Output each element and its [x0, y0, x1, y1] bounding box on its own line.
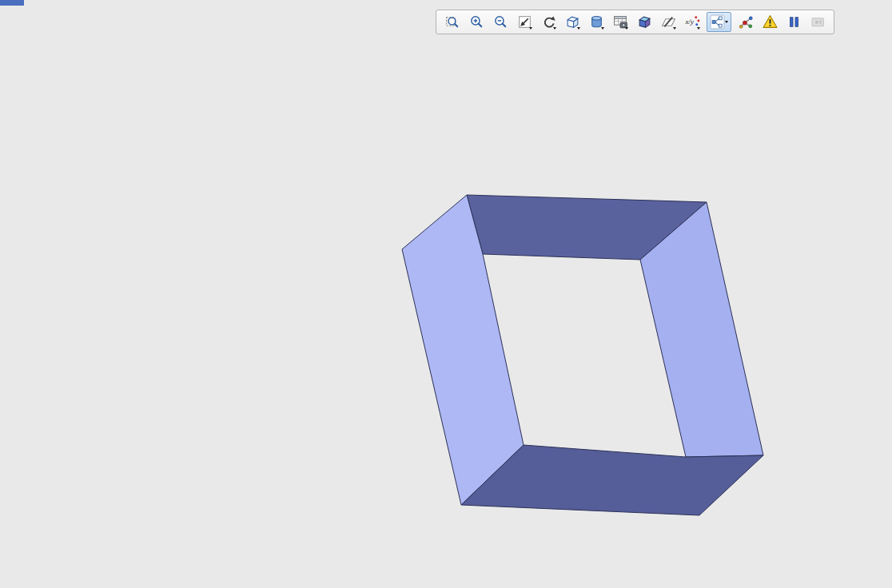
warning-triangle-icon — [763, 14, 778, 30]
section-plane-button[interactable] — [659, 12, 678, 32]
colored-cube-icon — [637, 14, 652, 30]
zoom-fit-icon — [445, 14, 460, 30]
svg-text:x/y: x/y — [685, 18, 694, 26]
measure-xy-button[interactable]: x/y — [683, 12, 702, 32]
hierarchy-tree-icon — [710, 14, 725, 30]
zoom-in-button[interactable] — [467, 12, 486, 32]
dropdown-arrow-icon[interactable] — [553, 27, 556, 30]
heads-up-toolbar: x/y — [436, 10, 834, 34]
zoom-out-button[interactable] — [491, 12, 510, 32]
dropdown-arrow-icon[interactable] — [697, 27, 700, 30]
zoom-out-icon — [493, 14, 508, 30]
dropdown-arrow-icon[interactable] — [673, 27, 676, 30]
zoom-to-area-button[interactable] — [515, 12, 534, 32]
step-forward-icon — [810, 14, 826, 30]
pause-icon — [786, 14, 802, 30]
view-orientation-button[interactable] — [563, 12, 582, 32]
table-view-button[interactable] — [611, 12, 630, 32]
model-tree-button[interactable] — [707, 12, 731, 32]
step-forward-button[interactable] — [808, 12, 827, 32]
dropdown-arrow-icon[interactable] — [577, 27, 580, 30]
model-faces — [402, 195, 763, 515]
dropdown-arrow-icon[interactable] — [601, 27, 604, 30]
edit-appearance-button[interactable] — [635, 12, 654, 32]
rotate-view-button[interactable] — [539, 12, 558, 32]
warnings-button[interactable] — [760, 12, 779, 32]
axis-triad-button[interactable] — [736, 12, 755, 32]
zoom-in-icon — [469, 14, 484, 30]
zoom-to-fit-button[interactable] — [443, 12, 462, 32]
display-style-button[interactable] — [587, 12, 606, 32]
dropdown-arrow-icon[interactable] — [625, 27, 628, 30]
dropdown-arrow-icon[interactable] — [725, 21, 728, 23]
rgb-triad-icon — [739, 14, 754, 30]
dropdown-arrow-icon[interactable] — [529, 27, 532, 30]
3d-viewport[interactable] — [0, 0, 892, 588]
pause-button[interactable] — [784, 12, 803, 32]
